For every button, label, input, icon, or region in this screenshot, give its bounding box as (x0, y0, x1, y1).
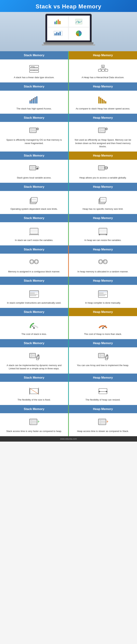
section-header-1: Stack MemoryHeap Memory (0, 82, 137, 91)
svg-rect-108 (99, 291, 107, 292)
content-row-5: In stack we can't resize the variables. … (0, 222, 137, 245)
heap-text-8: The cost of Heap is more than stack. (84, 332, 122, 336)
heap-content-6: In heap memory is allocated in a random … (69, 254, 137, 277)
stack-icon-5 (28, 226, 40, 237)
svg-text:$: $ (33, 328, 34, 329)
content-row-9: A stack can be implemented by dynamic me… (0, 347, 137, 374)
screen-bar-icon (52, 30, 64, 37)
footer: www.educba.com (0, 436, 137, 442)
svg-rect-129 (105, 357, 108, 360)
svg-rect-47 (99, 128, 100, 132)
svg-rect-120 (32, 354, 35, 355)
content-row-4: Operating system dependent stack size li… (0, 191, 137, 214)
stack-content-4: Operating system dependent stack size li… (0, 191, 68, 214)
heap-header-11: Heap Memory (69, 405, 137, 413)
svg-rect-58 (32, 166, 36, 168)
stack-text-7: In stack compiler instructions are autom… (7, 301, 61, 304)
svg-rect-126 (99, 354, 100, 357)
heap-icon-0 (97, 63, 109, 74)
heap-content-2: Not used as efficiently as Heap Space. M… (69, 122, 137, 152)
svg-rect-65 (101, 168, 104, 170)
stack-content-1: The stack has high-speed Access. (0, 91, 68, 114)
svg-rect-104 (30, 293, 34, 294)
content-row-0: ■ ■ ■ ■ A stack has a linear data type s… (0, 60, 137, 82)
stack-header-11: Stack Memory (0, 405, 68, 413)
stack-content-0: ■ ■ ■ ■ A stack has a linear data type s… (0, 60, 68, 82)
heap-text-7: In heap compiler is done manually. (85, 301, 121, 304)
stack-text-11: Stack access time is very faster as comp… (6, 430, 62, 433)
stack-content-5: In stack we can't resize the variables. (0, 222, 68, 245)
heap-text-9: You can use Array and tree to implement … (77, 364, 129, 367)
heap-text-0: A Heap has a Hierarchical Data structure… (82, 76, 124, 79)
heap-icon-8: $ (97, 320, 109, 331)
screen-chart-icon (52, 18, 64, 25)
section-header-3: Stack MemoryHeap Memory (0, 152, 137, 160)
svg-rect-109 (99, 293, 104, 294)
screen-panel-4 (69, 28, 89, 40)
heap-header-5: Heap Memory (69, 214, 137, 222)
heap-text-4: Heap has no specific memory size limit. (82, 208, 123, 210)
heap-content-10: The flexibility of heap can resized. (69, 382, 137, 405)
section-header-8: Stack MemoryHeap Memory (0, 308, 137, 316)
svg-rect-147 (99, 420, 100, 424)
screen-panel-1 (48, 16, 68, 27)
stack-header-10: Stack Memory (0, 374, 68, 382)
stack-header-2: Stack Memory (0, 114, 68, 122)
svg-rect-127 (100, 354, 104, 355)
heap-text-11: Heap access time is slower as compared t… (77, 430, 129, 433)
svg-rect-131 (106, 354, 108, 356)
content-row-10: ↔ The flexibility of the size is fixed. … (0, 382, 137, 405)
heap-content-3: Heap allows you to access a variable glo… (69, 160, 137, 183)
content-row-2: Space is efficiently managed by OS so th… (0, 122, 137, 152)
svg-rect-1 (56, 21, 58, 24)
heap-content-9: You can use Array and tree to implement … (69, 347, 137, 374)
stack-icon-2 (28, 126, 40, 136)
svg-rect-111 (99, 295, 105, 296)
stack-header-8: Stack Memory (0, 308, 68, 316)
sections-container: Stack MemoryHeap Memory ■ ■ ■ ■ A stack … (0, 51, 137, 436)
stack-header-4: Stack Memory (0, 183, 68, 191)
svg-point-41 (37, 128, 38, 130)
svg-rect-143 (32, 420, 37, 422)
heap-header-10: Heap Memory (69, 374, 137, 382)
stack-header-6: Stack Memory (0, 246, 68, 254)
heap-icon-3 (97, 164, 109, 174)
svg-rect-110 (99, 294, 106, 295)
svg-rect-30 (36, 96, 38, 103)
heap-icon-7 (97, 289, 109, 300)
svg-rect-124 (38, 354, 39, 356)
section-header-5: Stack MemoryHeap Memory (0, 214, 137, 222)
heap-text-5: In heap we can resize the variables. (84, 239, 121, 242)
hero-image (0, 12, 137, 51)
stack-icon-4 (28, 195, 40, 206)
svg-rect-9 (58, 33, 59, 35)
stack-icon-6 (28, 258, 40, 268)
stack-text-1: The stack has high-speed Access. (16, 107, 52, 110)
stack-header-3: Stack Memory (0, 152, 68, 160)
stack-text-4: Operating system dependent stack size li… (10, 208, 58, 210)
stack-icon-3 (28, 164, 40, 174)
heap-header-9: Heap Memory (69, 339, 137, 347)
stack-content-10: ↔ The flexibility of the size is fixed. (0, 382, 68, 405)
svg-rect-57 (30, 166, 32, 170)
laptop-illustration (38, 14, 99, 50)
heap-icon-10 (97, 386, 109, 396)
stack-content-3: Stack gives local variable access. (0, 160, 68, 183)
section-header-0: Stack MemoryHeap Memory (0, 51, 137, 60)
laptop-stand (42, 44, 95, 46)
footer-text: www.educba.com (60, 438, 77, 440)
heap-icon-1 (97, 94, 109, 105)
svg-rect-142 (30, 420, 32, 424)
heap-icon-11 (97, 417, 109, 428)
svg-rect-48 (100, 128, 105, 130)
svg-rect-37 (30, 128, 31, 132)
page-header: Stack vs Heap Memory (0, 0, 137, 12)
stack-icon-8: $ (28, 320, 40, 331)
content-row-7: In stack compiler instructions are autom… (0, 285, 137, 308)
stack-header-0: Stack Memory (0, 51, 68, 60)
section-header-9: Stack MemoryHeap Memory (0, 339, 137, 347)
content-row-8: $ The cost of stack is less. $ The cost … (0, 316, 137, 339)
svg-rect-15 (30, 70, 38, 72)
svg-rect-95 (30, 260, 33, 263)
svg-text:↔: ↔ (31, 391, 32, 393)
